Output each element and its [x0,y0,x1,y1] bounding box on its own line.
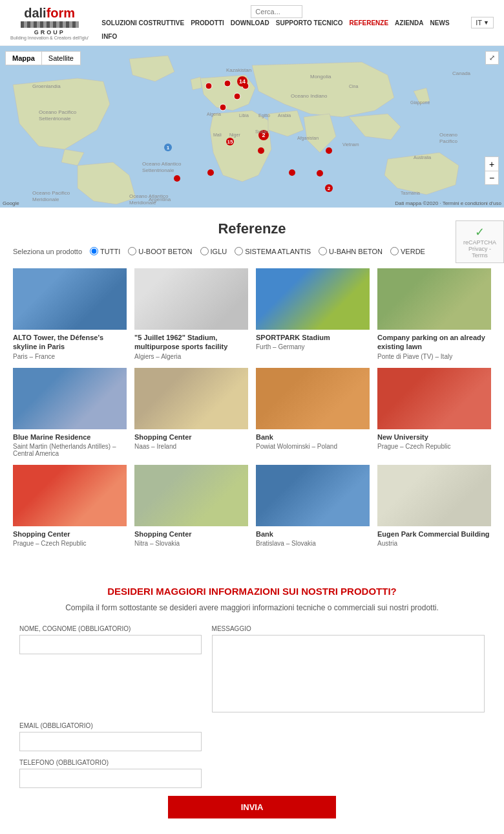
item-title-7: New University [377,433,491,442]
logo-bar [21,21,79,28]
referenze-title: Referenze [13,220,491,237]
item-title-6: Bank [256,433,370,442]
send-button[interactable]: INVIA [168,796,336,818]
item-title-5: Shopping Center [134,433,248,442]
grid-item-4[interactable]: Blue Marine Residence Saint Martin (Neth… [13,368,127,457]
svg-text:14: 14 [239,78,246,85]
grid-item-3[interactable]: Company parking on an already existing l… [377,268,491,360]
item-subtitle-3: Ponte di Piave (TV) – Italy [377,353,491,360]
field-email-label: EMAIL (OBBLIGATORIO) [19,722,202,729]
grid-item-9[interactable]: Shopping Center Nitra – Slovakia [134,465,248,547]
nav-referenze[interactable]: REFERENZE [350,19,389,27]
logo: daliform GROUP Building Innovation & Cre… [10,6,89,40]
field-email-input[interactable] [19,732,202,751]
item-subtitle-7: Prague – Czech Republic [377,443,491,450]
svg-point-18 [207,169,214,176]
field-name-input[interactable] [19,635,202,654]
item-subtitle-0: Paris – France [13,353,127,360]
map-zoom-in[interactable]: + [485,156,499,171]
filter-uboot[interactable]: U-BOOT BETON [128,247,192,255]
svg-text:1: 1 [167,145,170,151]
grid-item-2[interactable]: SPORTPARK Stadium Furth – Germany [256,268,370,360]
svg-text:Sudan: Sudan [255,129,268,134]
item-title-9: Shopping Center [134,529,248,539]
svg-text:Niger: Niger [229,133,240,138]
svg-text:Arabia: Arabia [278,113,291,118]
map-controls: Mappa Satellite [5,51,81,65]
filter-ubahn[interactable]: U-BAHN BETON [319,247,383,255]
filter-sistema[interactable]: SISTEMA ATLANTIS [235,247,311,255]
svg-text:Pacifico: Pacifico [439,138,458,144]
grid-item-11[interactable]: Eugen Park Commercial Building Austria [377,465,491,547]
nav-soluzioni[interactable]: SOLUZIONI COSTRUTTIVE [101,19,184,27]
svg-text:Giappone: Giappone [410,100,430,105]
item-title-3: Company parking on an already existing l… [377,333,491,352]
svg-text:Mali: Mali [213,133,222,137]
svg-point-3 [224,80,231,87]
search-input[interactable] [251,5,302,18]
map-container: 14 2 1 15 2 Oceano Pacifico Settentriona… [0,46,504,208]
field-message-label: MESSAGGIO [212,625,485,632]
item-subtitle-2: Furth – Germany [256,343,370,350]
svg-text:Mongolia: Mongolia [310,74,331,80]
lang-label: IT [476,19,482,27]
field-message-input[interactable] [212,635,485,712]
svg-point-19 [174,175,180,182]
map-zoom-controls: + − [485,156,499,185]
field-name-label: NOME, COGNOME (OBBLIGATORIO) [19,625,202,632]
svg-text:Australia: Australia [414,155,431,160]
nav-news[interactable]: NEWS [430,19,450,27]
nav-azienda[interactable]: AZIENDA [395,19,423,27]
nav-info[interactable]: INFO [101,33,117,40]
map-zoom-out[interactable]: − [485,171,499,185]
grid-item-0[interactable]: ALTO Tower, the Défense's skyline in Par… [13,268,127,360]
item-subtitle-11: Austria [377,540,491,547]
svg-text:Meridionale: Meridionale [32,197,59,202]
grid-item-5[interactable]: Shopping Center Naas – Ireland [134,368,248,457]
svg-text:Argentina: Argentina [149,197,171,202]
item-subtitle-10: Bratislava – Slovakia [256,540,370,547]
referenze-grid: ALTO Tower, the Défense's skyline in Par… [13,268,491,547]
item-title-8: Shopping Center [13,529,127,539]
filter-tutti[interactable]: TUTTI [90,247,120,255]
svg-text:Kazakistan: Kazakistan [226,67,251,73]
header: daliform GROUP Building Innovation & Cre… [0,0,504,46]
field-phone-input[interactable] [19,769,202,788]
svg-point-21 [289,169,295,176]
svg-text:Tasmania: Tasmania [401,191,420,195]
item-subtitle-6: Powiat Wolominski – Poland [256,443,370,450]
grid-item-1[interactable]: "5 Juillet 1962" Stadium, multipurpose s… [134,268,248,360]
svg-text:Groenlandia: Groenlandia [32,83,61,89]
map-btn-mappa[interactable]: Mappa [5,51,41,65]
item-subtitle-5: Naas – Ireland [134,443,248,450]
recaptcha: ✓ reCAPTCHA Privacy - Terms [456,220,504,263]
filter-iglu[interactable]: IGLU [200,247,227,255]
filter-label: Seleziona un prodotto [13,248,82,255]
map-expand-icon[interactable]: ⤢ [485,51,499,65]
lang-selector[interactable]: IT ▼ [471,17,494,28]
filter-verde[interactable]: VERDE [390,247,425,255]
world-map-svg: 14 2 1 15 2 Oceano Pacifico Settentriona… [0,46,504,208]
item-title-4: Blue Marine Residence [13,433,127,442]
svg-text:Settentrionale: Settentrionale [39,116,71,122]
cta-subtitle: Compila il form sottostante se desideri … [19,603,485,612]
svg-text:15: 15 [227,139,233,145]
item-title-1: "5 Juillet 1962" Stadium, multipurpose s… [134,333,248,352]
grid-item-10[interactable]: Bank Bratislava – Slovakia [256,465,370,547]
svg-point-22 [326,147,332,154]
nav-prodotti[interactable]: PRODOTTI [191,19,224,27]
map-btn-satellite[interactable]: Satellite [41,51,81,65]
filter-bar: Seleziona un prodotto TUTTI U-BOOT BETON… [13,247,491,255]
svg-point-4 [234,93,240,100]
grid-item-8[interactable]: Shopping Center Prague – Czech Republic [13,465,127,547]
logo-dali: dali [24,6,46,20]
grid-item-7[interactable]: New University Prague – Czech Republic [377,368,491,457]
svg-text:Oceano: Oceano [439,132,458,138]
logo-tagline: Building Innovation & Creators dell'Iglu… [10,36,89,40]
svg-text:Oceano Pacifico: Oceano Pacifico [39,109,77,115]
grid-item-6[interactable]: Bank Powiat Wolominski – Poland [256,368,370,457]
svg-text:Settentrionale: Settentrionale [142,167,174,173]
nav-download[interactable]: DOWNLOAD [231,19,269,27]
nav-supporto[interactable]: SUPPORTO TECNICO [276,19,343,27]
field-phone-label: TELEFONO (OBBLIGATORIO) [19,759,202,766]
